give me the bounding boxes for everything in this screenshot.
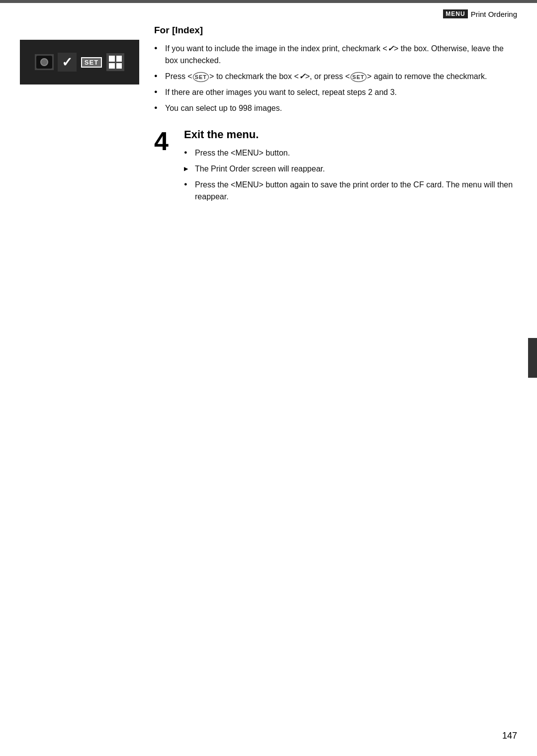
- list-item: If there are other images you want to se…: [154, 86, 517, 98]
- step4-list: Press the <MENU> button. The Print Order…: [184, 147, 517, 203]
- header: MENU Print Ordering: [443, 3, 517, 25]
- menu-label-icon: MENU: [443, 9, 467, 18]
- grid-icon: [106, 53, 124, 71]
- checkmark-icon: ✓: [58, 53, 77, 72]
- list-item: You can select up to 998 images.: [154, 102, 517, 114]
- step4-content: Exit the menu. Press the <MENU> button. …: [184, 128, 517, 212]
- camera-shape: [36, 56, 52, 69]
- list-item-text: You can select up to 998 images.: [165, 104, 282, 112]
- list-item: Press <SET> to checkmark the box <✓>, or…: [154, 71, 517, 83]
- for-index-list: If you want to include the image in the …: [154, 43, 517, 114]
- list-item-text: Press the <MENU> button.: [195, 149, 290, 157]
- step-number: 4: [154, 128, 176, 154]
- list-item-arrow: The Print Order screen will reappear.: [184, 163, 517, 175]
- camera-icon: [35, 54, 54, 70]
- grid-pattern: [109, 56, 122, 69]
- step4-section: 4 Exit the menu. Press the <MENU> button…: [154, 128, 517, 212]
- step4-title: Exit the menu.: [184, 128, 517, 141]
- ui-screenshot-panel: ✓ SET: [20, 40, 139, 84]
- list-item-text: Press the <MENU> button again to save th…: [195, 180, 513, 201]
- page-bookmark: [528, 338, 537, 378]
- for-index-heading: For [Index]: [154, 25, 517, 36]
- for-index-section: For [Index] If you want to include the i…: [154, 25, 517, 114]
- set-button-icon: SET: [81, 57, 102, 68]
- list-item-text: The Print Order screen will reappear.: [195, 165, 325, 173]
- header-title: Print Ordering: [471, 10, 517, 18]
- page-number: 147: [502, 731, 517, 741]
- list-item-text: If there are other images you want to se…: [165, 88, 397, 96]
- list-item-text: If you want to include the image in the …: [165, 44, 504, 65]
- main-content: ✓ SET For [Index] If you want to include…: [20, 25, 517, 726]
- list-item: Press the <MENU> button.: [184, 147, 517, 159]
- list-item: Press the <MENU> button again to save th…: [184, 179, 517, 203]
- list-item: If you want to include the image in the …: [154, 43, 517, 67]
- list-item-text: Press <SET> to checkmark the box <✓>, or…: [165, 72, 487, 81]
- right-text-panel: For [Index] If you want to include the i…: [154, 25, 517, 212]
- checkmark-symbol: ✓: [62, 56, 73, 69]
